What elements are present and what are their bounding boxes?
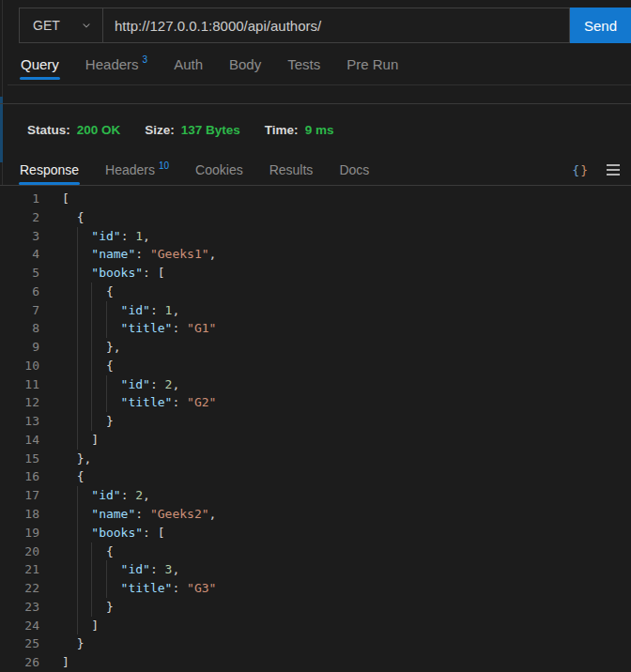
code-text: } (39, 634, 631, 653)
code-text: { (39, 542, 631, 561)
url-input[interactable] (103, 8, 570, 43)
status-item-size: Size:137 Bytes (145, 123, 240, 137)
code-text: "books": [ (39, 524, 631, 542)
request-tabs: QueryHeaders3AuthBodyTestsPre Run (0, 49, 631, 80)
code-token: { (62, 469, 84, 483)
tab-response[interactable]: Response (7, 155, 92, 185)
tab-results[interactable]: Results (256, 155, 327, 185)
indent-guide (91, 598, 92, 617)
tab-label: Body (229, 56, 261, 72)
indent-guide (77, 283, 78, 301)
code-text: [ (39, 190, 631, 208)
indent-guide (77, 505, 78, 524)
format-json-icon[interactable]: {} (572, 163, 589, 177)
status-item-time: Time:9 ms (265, 123, 334, 137)
code-text: { (39, 467, 631, 486)
code-token: : (150, 377, 165, 391)
status-bar: Status:200 OKSize:137 BytesTime:9 ms (0, 104, 631, 155)
line-number: 24 (0, 617, 39, 635)
indent-guide (91, 301, 92, 320)
indent-guide (106, 319, 107, 338)
indent-guide (77, 542, 78, 561)
code-token: : (121, 229, 136, 243)
code-text: } (39, 412, 631, 431)
tab-label: Pre Run (346, 56, 398, 72)
response-tabs: ResponseHeaders10CookiesResultsDocs {} (0, 155, 631, 186)
code-line: 8 "title": "G1" (0, 319, 631, 338)
code-token: }, (62, 451, 91, 466)
code-line: 22 "title": "G3" (0, 579, 631, 598)
code-token: : [ (143, 266, 164, 280)
indent-guide (91, 375, 92, 394)
tab-headers[interactable]: Headers3 (72, 49, 161, 80)
code-token: : (121, 488, 136, 502)
line-number: 26 (0, 653, 39, 672)
indent-guide (77, 486, 78, 505)
line-number: 9 (0, 338, 39, 357)
indent-guide (77, 524, 78, 542)
code-token: , (209, 247, 217, 261)
tab-label: Auth (174, 56, 203, 72)
tab-body[interactable]: Body (216, 49, 274, 80)
line-number: 21 (0, 560, 39, 579)
code-token: , (143, 488, 150, 502)
indent-guide (91, 542, 92, 561)
code-token: "Geeks2" (150, 507, 209, 521)
indent-guide (77, 412, 78, 431)
tab-auth[interactable]: Auth (161, 49, 216, 80)
code-token: : (172, 581, 187, 595)
code-line: 1[ (0, 190, 631, 208)
tab-pre-run[interactable]: Pre Run (333, 49, 411, 80)
code-token: "G2" (187, 395, 216, 409)
line-number: 14 (0, 431, 39, 450)
indent-guide (91, 338, 92, 357)
menu-icon[interactable] (607, 164, 620, 176)
code-token: { (62, 544, 114, 558)
tab-label: Response (20, 162, 79, 177)
indent-guide (77, 227, 78, 246)
line-number: 12 (0, 393, 39, 412)
line-number: 22 (0, 579, 39, 598)
code-text: "id": 1, (39, 227, 631, 246)
tab-label: Headers (85, 56, 139, 72)
line-number: 3 (0, 227, 39, 246)
code-text: }, (39, 338, 631, 357)
code-text: "name": "Geeks1", (39, 245, 631, 264)
line-number: 16 (0, 467, 39, 486)
indent-guide (77, 264, 78, 283)
status-value: 200 OK (77, 123, 121, 137)
line-number: 11 (0, 375, 39, 394)
tab-docs[interactable]: Docs (326, 155, 382, 185)
indent-guide (91, 283, 92, 301)
tab-query[interactable]: Query (8, 49, 72, 80)
code-line: 26] (0, 653, 631, 672)
response-body-editor[interactable]: 1[2 {3 "id": 1,4 "name": "Geeks1",5 "boo… (0, 186, 631, 672)
code-line: 6 { (0, 283, 631, 301)
line-number: 19 (0, 524, 39, 542)
code-line: 11 "id": 2, (0, 375, 631, 394)
code-token: "id" (62, 488, 121, 502)
code-text: "title": "G1" (39, 319, 631, 338)
status-item-status: Status:200 OK (27, 123, 120, 137)
send-button[interactable]: Send (570, 8, 631, 43)
line-number: 4 (0, 245, 39, 264)
code-token: ] (62, 619, 99, 633)
code-token: , (209, 507, 217, 521)
status-label: Size: (145, 123, 175, 137)
code-line: 16 { (0, 467, 631, 486)
code-line: 12 "title": "G2" (0, 393, 631, 412)
tab-tests[interactable]: Tests (274, 49, 333, 80)
method-select[interactable]: GET (19, 8, 103, 43)
line-number: 6 (0, 283, 39, 301)
code-line: 9 }, (0, 338, 631, 357)
tab-cookies[interactable]: Cookies (182, 155, 256, 185)
tab-label: Cookies (195, 162, 243, 177)
tab-headers[interactable]: Headers10 (92, 155, 182, 185)
indent-guide (77, 319, 78, 338)
code-text: "books": [ (39, 264, 631, 283)
indent-guide (106, 579, 107, 598)
code-line: 4 "name": "Geeks1", (0, 245, 631, 264)
code-text: } (39, 598, 631, 617)
code-line: 14 ] (0, 431, 631, 450)
tab-label: Tests (287, 56, 320, 72)
